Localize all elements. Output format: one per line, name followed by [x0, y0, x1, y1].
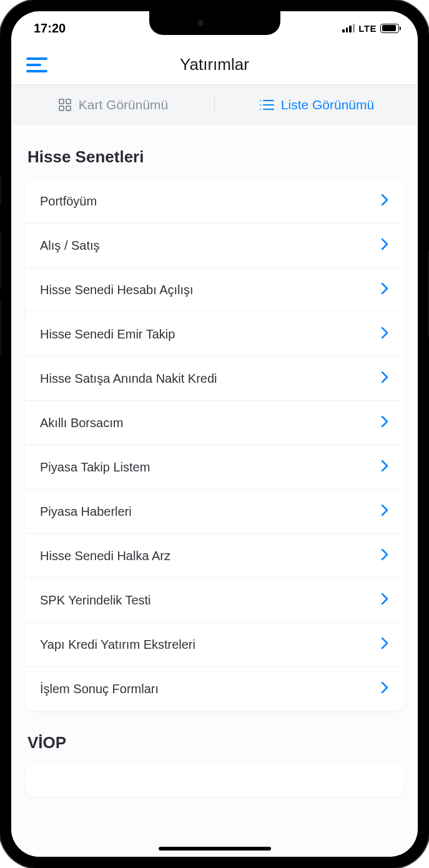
chevron-right-icon	[380, 636, 389, 653]
list-item-label: Piyasa Takip Listem	[40, 460, 150, 475]
list-item-label: Yapı Kredi Yatırım Ekstreleri	[40, 638, 195, 652]
svg-point-5	[260, 104, 261, 106]
phone-screen: 17:20 LTE Yatırımlar	[11, 11, 418, 857]
list-item-label: Hisse Senedi Emir Takip	[40, 327, 175, 342]
list-item[interactable]: Piyasa Haberleri	[25, 490, 404, 534]
network-label: LTE	[358, 23, 377, 34]
chevron-right-icon	[380, 681, 389, 697]
hisse-list: PortföyümAlış / SatışHisse Senedi Hesabı…	[25, 179, 404, 711]
tab-list-label: Liste Görünümü	[281, 97, 374, 112]
volume-down-button	[0, 300, 1, 356]
notch	[149, 11, 280, 35]
list-item[interactable]: Hisse Satışa Anında Nakit Kredi	[25, 357, 404, 401]
list-item[interactable]: Piyasa Takip Listem	[25, 445, 404, 490]
tab-list-view[interactable]: Liste Görünümü	[215, 85, 418, 124]
grid-icon	[57, 97, 72, 112]
chevron-right-icon	[380, 415, 389, 431]
status-time: 17:20	[34, 21, 66, 36]
status-right: LTE	[342, 23, 399, 34]
chevron-right-icon	[380, 592, 389, 608]
page-title: Yatırımlar	[180, 55, 249, 74]
tab-card-view[interactable]: Kart Görünümü	[11, 85, 214, 124]
content-scroll[interactable]: Hisse Senetleri PortföyümAlış / SatışHis…	[11, 125, 418, 857]
list-item-label: SPK Yerindelik Testi	[40, 593, 151, 608]
chevron-right-icon	[380, 459, 389, 475]
svg-rect-0	[59, 99, 64, 104]
chevron-right-icon	[380, 193, 389, 209]
cellular-signal-icon	[342, 24, 355, 32]
list-item-label: Hisse Satışa Anında Nakit Kredi	[40, 372, 217, 386]
list-icon	[259, 97, 275, 112]
svg-point-6	[260, 109, 261, 110]
list-item[interactable]: İşlem Sonuç Formları	[25, 667, 404, 711]
chevron-right-icon	[380, 548, 389, 564]
home-indicator[interactable]	[159, 847, 271, 851]
chevron-right-icon	[380, 503, 389, 520]
chevron-right-icon	[380, 282, 389, 298]
list-item-label: Piyasa Haberleri	[40, 505, 132, 519]
app-header: Yatırımlar	[11, 45, 418, 85]
menu-button[interactable]	[26, 57, 47, 72]
section-title-hisse: Hisse Senetleri	[27, 147, 404, 167]
phone-frame: 17:20 LTE Yatırımlar	[0, 0, 429, 868]
list-item-label: Hisse Senedi Hesabı Açılışı	[40, 283, 194, 297]
list-item[interactable]: Alış / Satış	[25, 224, 404, 268]
list-item-label: Hisse Senedi Halka Arz	[40, 549, 170, 563]
list-item-label: Alış / Satış	[40, 239, 100, 253]
list-item[interactable]: SPK Yerindelik Testi	[25, 578, 404, 623]
list-item[interactable]: Akıllı Borsacım	[25, 401, 404, 445]
chevron-right-icon	[380, 370, 389, 387]
svg-rect-1	[66, 99, 71, 104]
svg-rect-3	[66, 106, 71, 111]
list-item-label: Portföyüm	[40, 194, 97, 209]
camera-dot	[197, 20, 204, 26]
list-item[interactable]: Yapı Kredi Yatırım Ekstreleri	[25, 623, 404, 667]
chevron-right-icon	[380, 237, 389, 254]
side-button	[0, 175, 1, 206]
svg-point-4	[260, 100, 261, 101]
list-item[interactable]: Hisse Senedi Hesabı Açılışı	[25, 268, 404, 312]
list-item[interactable]: Hisse Senedi Emir Takip	[25, 312, 404, 357]
list-item-label: İşlem Sonuç Formları	[40, 682, 159, 696]
svg-rect-2	[59, 106, 64, 111]
section-title-viop: VİOP	[27, 733, 404, 752]
chevron-right-icon	[380, 326, 389, 342]
volume-up-button	[0, 231, 1, 287]
list-item[interactable]: Hisse Senedi Halka Arz	[25, 534, 404, 578]
battery-icon	[380, 24, 399, 33]
view-toggle: Kart Görünümü Liste Görünümü	[11, 85, 418, 125]
list-item[interactable]: Portföyüm	[25, 179, 404, 224]
tab-card-label: Kart Görünümü	[79, 97, 169, 112]
viop-list	[25, 765, 404, 796]
list-item-label: Akıllı Borsacım	[40, 416, 123, 430]
